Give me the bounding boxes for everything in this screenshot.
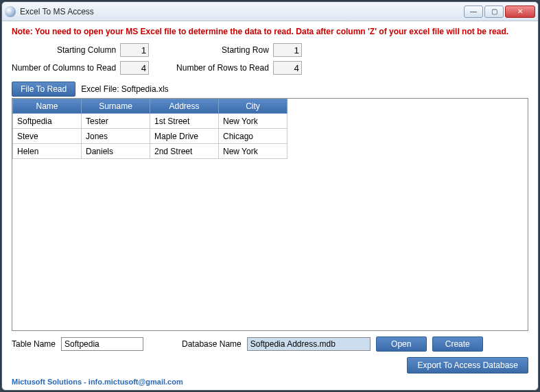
grid-header[interactable]: Name xyxy=(13,99,82,114)
table-row[interactable]: HelenDaniels2nd StreetNew York xyxy=(13,144,287,159)
grid-cell[interactable]: New York xyxy=(219,114,287,129)
num-rows-label: Number of Rows to Read xyxy=(176,63,269,73)
grid-cell[interactable]: Helen xyxy=(13,144,82,159)
minimize-button[interactable]: — xyxy=(464,5,483,18)
excel-file-label: Excel File: Softpedia.xls xyxy=(81,84,168,94)
window-title: Excel To MS Access xyxy=(20,7,464,16)
footer-text: Mictusoft Solutions - info.mictusoft@gma… xyxy=(12,378,528,386)
grid-header[interactable]: Surname xyxy=(82,99,150,114)
titlebar[interactable]: Excel To MS Access — ▢ ✕ xyxy=(2,2,538,21)
maximize-button[interactable]: ▢ xyxy=(484,5,504,18)
grid-header[interactable]: City xyxy=(219,99,287,114)
grid-cell[interactable]: 2nd Street xyxy=(150,144,219,159)
table-row[interactable]: SoftpediaTester1st StreetNew York xyxy=(13,114,287,129)
grid-cell[interactable]: Softpedia xyxy=(13,114,82,129)
app-window: Excel To MS Access — ▢ ✕ Note: You need … xyxy=(1,1,539,391)
create-button[interactable]: Create xyxy=(432,336,483,352)
num-cols-label: Number of Columns to Read xyxy=(12,63,116,73)
db-name-label: Database Name xyxy=(182,339,242,349)
file-to-read-button[interactable]: File To Read xyxy=(12,82,75,97)
client-area: Note: You need to open your MS Excel fil… xyxy=(2,21,538,390)
note-text: Note: You need to open your MS Excel fil… xyxy=(12,27,528,36)
grid-cell[interactable]: Daniels xyxy=(82,144,150,159)
grid-header[interactable]: Address xyxy=(150,99,219,114)
params-panel: Starting Column Number of Columns to Rea… xyxy=(12,43,528,75)
grid-cell[interactable]: Steve xyxy=(13,129,82,144)
db-name-input[interactable] xyxy=(247,337,371,351)
num-cols-input[interactable] xyxy=(120,61,149,75)
start-col-label: Starting Column xyxy=(57,45,116,55)
table-row[interactable]: SteveJonesMaple DriveChicago xyxy=(13,129,287,144)
file-row: File To Read Excel File: Softpedia.xls xyxy=(12,82,528,97)
start-col-input[interactable] xyxy=(120,43,149,57)
start-row-input[interactable] xyxy=(273,43,302,57)
grid-cell[interactable]: Jones xyxy=(82,129,150,144)
app-icon xyxy=(5,6,16,17)
table-name-label: Table Name xyxy=(12,339,56,349)
start-row-label: Starting Row xyxy=(222,45,269,55)
table-name-input[interactable] xyxy=(61,337,143,351)
grid-cell[interactable]: New York xyxy=(219,144,287,159)
bottom-row: Table Name Database Name Open Create xyxy=(12,336,528,352)
data-grid[interactable]: NameSurnameAddressCitySoftpediaTester1st… xyxy=(12,98,528,331)
grid-cell[interactable]: Tester xyxy=(82,114,150,129)
export-button[interactable]: Export To Access Database xyxy=(407,357,528,373)
grid-cell[interactable]: 1st Street xyxy=(150,114,219,129)
grid-cell[interactable]: Maple Drive xyxy=(150,129,219,144)
open-button[interactable]: Open xyxy=(376,336,427,352)
num-rows-input[interactable] xyxy=(273,61,302,75)
close-button[interactable]: ✕ xyxy=(505,5,535,18)
grid-cell[interactable]: Chicago xyxy=(219,129,287,144)
